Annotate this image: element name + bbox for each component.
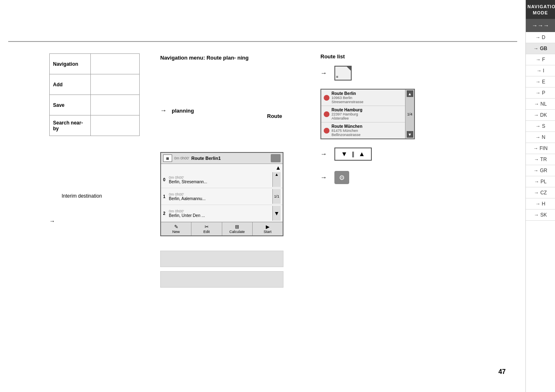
top-separator	[8, 41, 517, 42]
row-num-0: 0	[163, 178, 169, 182]
route-list-inner: Route Berlin 10963 Berlin Stresemannstra…	[321, 90, 414, 138]
sidebar-item-cz[interactable]: → CZ	[526, 187, 555, 198]
save-label: Save	[50, 95, 91, 115]
sidebar-item-gr[interactable]: → GR	[526, 165, 555, 176]
edit-icon-footer: ✂	[205, 224, 209, 230]
route-row-2: 2 0m 0h00' Berlin, Unter Den ... ▼	[161, 205, 283, 222]
row-time-0: 0m 0h00'	[169, 175, 272, 180]
row-addr-1: Berlin, Aalemannu...	[169, 196, 272, 201]
down-icon-2: ▼	[274, 210, 280, 217]
badge-1: 1/1	[274, 194, 279, 198]
route-list-section: Route list → ≡ Route Berlin 10963 Berlin…	[320, 53, 444, 184]
left-table: Navigation Add Save Search near-by	[49, 53, 140, 136]
bottom-arrow-left: →	[49, 218, 55, 224]
playback-arrow-icon: →	[320, 150, 327, 158]
table-row-search: Search near-by	[50, 115, 140, 136]
sidebar-item-s[interactable]: → S	[526, 121, 555, 132]
footer-edit-btn[interactable]: ✂ Edit	[191, 222, 222, 235]
route-text-munchen: Route München 81475 München Bellinzonast…	[332, 124, 403, 137]
calc-icon: ⊞	[235, 224, 239, 230]
add-empty	[90, 74, 139, 95]
calc-label: Calculate	[229, 230, 245, 234]
sidebar-item-fin[interactable]: → FIN	[526, 143, 555, 154]
settings-arrow-icon: →	[320, 174, 327, 181]
sidebar-item-nl[interactable]: → NL	[526, 99, 555, 110]
sidebar-item-dk[interactable]: → DK	[526, 110, 555, 121]
doc-icon-small: ▦	[163, 154, 172, 162]
play-down-icon[interactable]: ▼	[341, 150, 348, 158]
scroll-down-btn[interactable]: ▼	[407, 131, 413, 138]
route-row-1: 1 0m 0h00' Berlin, Aalemannu... 1/1	[161, 188, 283, 205]
screenshot-footer: ✎ New ✂ Edit ⊞ Calculate ▶ Start	[161, 222, 283, 235]
route-item-hamburg[interactable]: Route Hamburg 22397 Hamburg Alsterallee	[321, 106, 405, 122]
new-label: New	[173, 230, 180, 234]
row-addr-2: Berlin, Unter Den ...	[169, 213, 272, 218]
sidebar-item-p[interactable]: → P	[526, 88, 555, 99]
scroll-right-1: 1/1	[272, 189, 281, 204]
sidebar-item-d[interactable]: → D	[526, 32, 555, 43]
route-list-box: Route Berlin 10963 Berlin Stresemannstra…	[320, 89, 415, 139]
header-arrows: →→→	[526, 19, 555, 32]
scroll-up-icon: ▲	[275, 164, 281, 171]
scroll-up-btn[interactable]: ▲	[407, 90, 413, 97]
route-label: Route	[267, 113, 282, 119]
save-empty	[90, 95, 139, 115]
route-text-hamburg: Route Hamburg 22397 Hamburg Alsterallee	[332, 108, 403, 120]
row-num-2: 2	[163, 211, 169, 216]
arrow-planning-row: → planning	[160, 107, 194, 114]
nav-mode-label: NAVIGATIONAL MODE	[527, 4, 555, 15]
arrow-doc-row: → ≡	[320, 66, 444, 81]
right-sidebar: NAVIGATIONAL MODE →→→ → D → GB → F → I →…	[525, 0, 555, 392]
sidebar-item-e[interactable]: → E	[526, 76, 555, 88]
edit-label: Edit	[203, 230, 210, 234]
search-label: Search near-by	[50, 115, 91, 136]
sidebar-item-sk[interactable]: → SK	[526, 210, 555, 221]
sidebar-item-i[interactable]: → I	[526, 65, 555, 76]
sidebar-item-h[interactable]: → H	[526, 198, 555, 210]
route-icon-berlin	[324, 95, 329, 101]
route-item-munchen[interactable]: Route München 81475 München Bellinzonast…	[321, 122, 405, 138]
scroll-up-area: ▲	[161, 164, 283, 171]
arrow-doc-icon: →	[320, 69, 327, 77]
footer-new-btn[interactable]: ✎ New	[161, 222, 191, 235]
sidebar-item-gb[interactable]: → GB	[526, 43, 555, 54]
pause-icon[interactable]: ‖	[352, 151, 355, 157]
sidebar-item-n[interactable]: → N	[526, 132, 555, 143]
start-icon: ▶	[266, 224, 269, 230]
planning-arrow-icon: →	[160, 107, 167, 114]
screenshot-time: 0m 0h00'	[174, 156, 189, 160]
route-list-items: Route Berlin 10963 Berlin Stresemannstra…	[321, 90, 405, 138]
doc-lines: ≡	[336, 75, 338, 79]
search-empty	[90, 115, 139, 136]
new-icon: ✎	[174, 224, 178, 230]
row-addr-0: Berlin, Stresemann...	[169, 180, 272, 184]
document-icon: ≡	[334, 66, 352, 81]
play-up-icon[interactable]: ▲	[359, 150, 365, 158]
scroll-right-0: ▲	[272, 172, 281, 187]
playback-row: → ▼ ‖ ▲	[320, 148, 444, 161]
sidebar-item-tr[interactable]: → TR	[526, 154, 555, 165]
route-item-berlin[interactable]: Route Berlin 10963 Berlin Stresemannstra…	[321, 90, 405, 106]
route-icon-hamburg	[324, 111, 329, 117]
route-list-title: Route list	[320, 53, 444, 60]
sidebar-item-pl[interactable]: → PL	[526, 176, 555, 187]
route-planning-screenshot: ▦ 0m 0h00' Route Berlin1 ▲ 0 0m 0h00' Be…	[160, 152, 283, 236]
screenshot-header: ▦ 0m 0h00' Route Berlin1	[161, 153, 283, 164]
footer-start-btn[interactable]: ▶ Start	[253, 222, 283, 235]
settings-icon[interactable]: ⚙	[334, 171, 349, 184]
nav-empty	[90, 54, 139, 74]
gray-box-1	[160, 251, 283, 267]
page-number: 47	[498, 368, 506, 376]
footer-calculate-btn[interactable]: ⊞ Calculate	[222, 222, 253, 235]
sidebar-item-f[interactable]: → F	[526, 54, 555, 65]
table-row-save: Save	[50, 95, 140, 115]
screenshot-route-name: Route Berlin1	[191, 156, 271, 161]
row-num-1: 1	[163, 194, 169, 199]
route-text-berlin: Route Berlin 10963 Berlin Stresemannstra…	[332, 91, 403, 104]
route-list-scrollbar: ▲ 1/4 ▼	[405, 90, 414, 138]
scroll-right-2: ▼	[272, 206, 281, 221]
playback-controls: ▼ ‖ ▲	[334, 148, 372, 161]
table-row-add: Add	[50, 74, 140, 95]
settings-row: → ⚙	[320, 171, 444, 184]
table-row-navigation: Navigation	[50, 54, 140, 74]
